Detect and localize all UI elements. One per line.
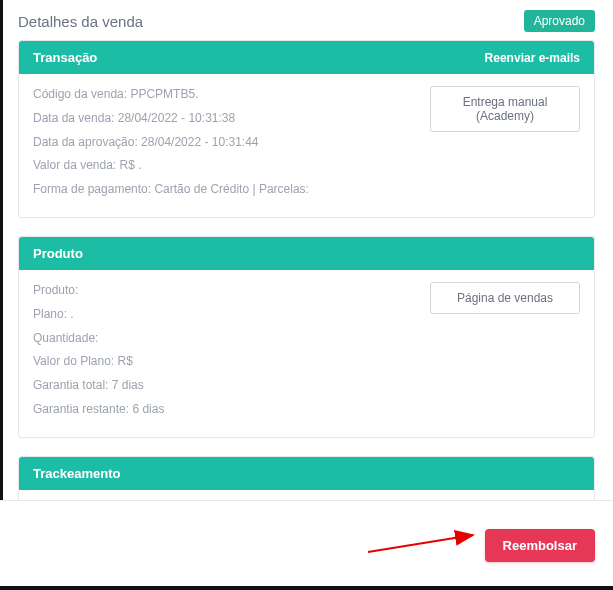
status-badge: Aprovado xyxy=(524,10,595,32)
transaction-card-body: Entrega manual (Academy) Código da venda… xyxy=(19,74,594,217)
modal-footer: Reembolsar xyxy=(0,500,613,590)
approval-date-row: Data da aprovação: 28/04/2022 - 10:31:44 xyxy=(33,134,580,151)
annotation-arrow-icon xyxy=(363,527,483,557)
tracking-card-body: src: utm_source: utm_medium: xyxy=(19,490,594,500)
product-card-body: Página de vendas Produto: Plano: . Quant… xyxy=(19,270,594,437)
resend-emails-link[interactable]: Reenviar e-mails xyxy=(485,51,580,65)
tracking-card-title: Trackeamento xyxy=(33,466,120,481)
sale-value-row: Valor da venda: R$ . xyxy=(33,157,580,174)
remaining-warranty-row: Garantia restante: 6 dias xyxy=(33,401,580,418)
product-card-title: Produto xyxy=(33,246,83,261)
product-card: Produto Página de vendas Produto: Plano:… xyxy=(18,236,595,438)
refund-button[interactable]: Reembolsar xyxy=(485,529,595,562)
transaction-card-header: Transação Reenviar e-mails xyxy=(19,41,594,74)
sales-page-button[interactable]: Página de vendas xyxy=(430,282,580,314)
tracking-card-header: Trackeamento xyxy=(19,457,594,490)
total-warranty-row: Garantia total: 7 dias xyxy=(33,377,580,394)
payment-method-row: Forma de pagamento: Cartão de Crédito | … xyxy=(33,181,580,198)
svg-line-1 xyxy=(368,535,473,552)
decoration-bottom-border xyxy=(0,586,613,590)
page-title: Detalhes da venda xyxy=(18,13,143,30)
plan-value-row: Valor do Plano: R$ xyxy=(33,353,580,370)
manual-delivery-button[interactable]: Entrega manual (Academy) xyxy=(430,86,580,132)
quantity-label-row: Quantidade: xyxy=(33,330,580,347)
transaction-card: Transação Reenviar e-mails Entrega manua… xyxy=(18,40,595,218)
tracking-card: Trackeamento src: utm_source: utm_medium… xyxy=(18,456,595,500)
product-card-header: Produto xyxy=(19,237,594,270)
transaction-card-title: Transação xyxy=(33,50,97,65)
modal-header: Detalhes da venda Aprovado xyxy=(0,0,613,40)
modal-body[interactable]: Transação Reenviar e-mails Entrega manua… xyxy=(0,40,613,500)
